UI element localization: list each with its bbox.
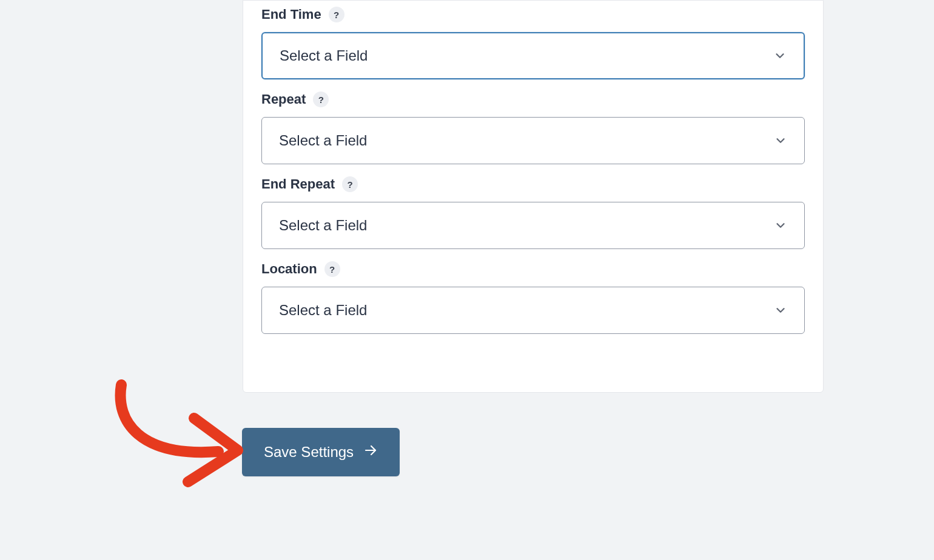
field-group-end-time: End Time ? Select a Field <box>261 7 805 79</box>
field-label-repeat: Repeat <box>261 92 306 107</box>
field-label-location: Location <box>261 261 317 277</box>
field-label-row: Repeat ? <box>261 92 805 107</box>
select-end-repeat[interactable]: Select a Field <box>261 202 805 249</box>
field-label-row: End Time ? <box>261 7 805 22</box>
chevron-down-icon <box>774 219 787 232</box>
field-group-end-repeat: End Repeat ? Select a Field <box>261 176 805 249</box>
save-settings-button[interactable]: Save Settings <box>242 428 400 476</box>
field-group-location: Location ? Select a Field <box>261 261 805 334</box>
arrow-right-icon <box>363 443 378 461</box>
chevron-down-icon <box>773 49 787 62</box>
chevron-down-icon <box>774 134 787 147</box>
select-text: Select a Field <box>279 132 774 149</box>
help-icon[interactable]: ? <box>329 7 344 22</box>
help-icon[interactable]: ? <box>313 92 329 107</box>
select-location[interactable]: Select a Field <box>261 287 805 334</box>
chevron-down-icon <box>774 304 787 317</box>
select-text: Select a Field <box>280 47 773 64</box>
select-text: Select a Field <box>279 217 774 234</box>
field-label-end-time: End Time <box>261 7 321 22</box>
save-button-label: Save Settings <box>264 444 354 461</box>
help-icon[interactable]: ? <box>324 261 340 277</box>
field-label-end-repeat: End Repeat <box>261 176 335 192</box>
annotation-arrow-icon <box>103 379 249 502</box>
select-end-time[interactable]: Select a Field <box>261 32 805 79</box>
field-label-row: Location ? <box>261 261 805 277</box>
field-label-row: End Repeat ? <box>261 176 805 192</box>
field-group-repeat: Repeat ? Select a Field <box>261 92 805 164</box>
form-panel: End Time ? Select a Field Repeat ? Selec… <box>243 0 824 393</box>
help-icon[interactable]: ? <box>342 176 358 192</box>
select-text: Select a Field <box>279 302 774 319</box>
select-repeat[interactable]: Select a Field <box>261 117 805 164</box>
